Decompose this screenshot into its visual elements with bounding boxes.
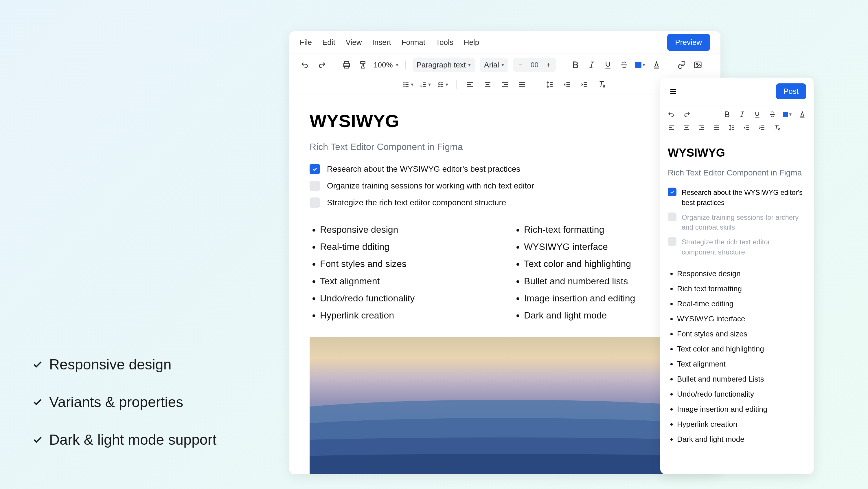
align-justify-icon[interactable] [712, 123, 722, 133]
indent-icon[interactable] [579, 79, 590, 90]
feature-item: Dark & light mode support [32, 431, 216, 448]
redo-icon[interactable] [682, 110, 691, 119]
separator [334, 61, 334, 69]
checklist-label: Strategize the rich text editor componen… [682, 237, 806, 257]
redo-icon[interactable] [316, 59, 327, 70]
mobile-document-body[interactable]: WYSIWYG Rich Text Editor Component in Fi… [660, 137, 814, 456]
list-item: Rich text formatting [677, 281, 806, 296]
list-item: Dark and light mode [677, 432, 806, 447]
strikethrough-icon[interactable] [619, 59, 629, 70]
separator [669, 61, 669, 69]
checklist-icon[interactable]: ▾ [437, 79, 448, 90]
menu-help[interactable]: Help [464, 38, 479, 47]
checklist-label: Organize training sessions for working w… [327, 181, 534, 191]
line-spacing-icon[interactable] [727, 123, 737, 133]
align-right-icon[interactable] [697, 123, 707, 133]
clear-formatting-icon[interactable] [772, 123, 782, 133]
bold-icon[interactable] [722, 110, 732, 119]
mobile-toolbar-row-1: ▾ [660, 105, 814, 122]
menu-view[interactable]: View [346, 38, 362, 47]
menu-tools[interactable]: Tools [436, 38, 454, 47]
format-painter-icon[interactable] [357, 59, 368, 70]
list-item: Real-time dditing [320, 238, 496, 255]
menu-insert[interactable]: Insert [372, 38, 391, 47]
inserted-image[interactable] [310, 337, 700, 474]
checklist-item[interactable]: Research about the WYSIWYG editor's best… [310, 164, 700, 174]
checklist-item[interactable]: Organize training sessions for working w… [310, 181, 700, 191]
highlight-color-picker[interactable]: ▾ [782, 110, 792, 119]
align-center-icon[interactable] [682, 123, 691, 133]
list-item: Font styles and sizes [677, 326, 806, 341]
underline-icon[interactable] [602, 59, 613, 70]
menu-file[interactable]: File [300, 38, 312, 47]
feature-label: Dark & light mode support [49, 431, 216, 448]
font-selector[interactable]: Arial ▾ [480, 58, 508, 72]
menu-format[interactable]: Format [402, 38, 425, 47]
feature-list: Responsive design Variants & properties … [32, 356, 216, 448]
document-body[interactable]: WYSIWYG Rich Text Editor Component in Fi… [289, 94, 720, 474]
link-icon[interactable] [676, 59, 687, 70]
checkbox[interactable] [668, 188, 677, 196]
checklist-item[interactable]: Research about the WYSIWYG editor's best… [668, 188, 806, 208]
column-left: Responsive designReal-time dditingFont s… [310, 221, 496, 324]
preview-button[interactable]: Preview [667, 34, 710, 51]
checkbox[interactable] [668, 237, 677, 246]
clear-formatting-icon[interactable] [596, 79, 607, 90]
text-color-icon[interactable] [797, 110, 807, 119]
outdent-icon[interactable] [562, 79, 572, 90]
indent-icon[interactable] [757, 123, 767, 133]
font-size-value: 00 [527, 59, 542, 70]
checklist-label: Research about the WYSIWYG editor's best… [327, 165, 520, 174]
list-item: Text alignment [320, 273, 496, 290]
zoom-value: 100% [374, 60, 393, 69]
list-item: WYSIWYG interface [677, 311, 806, 326]
align-left-icon[interactable] [465, 79, 476, 90]
align-right-icon[interactable] [499, 79, 510, 90]
hamburger-icon[interactable] [668, 86, 679, 97]
chevron-down-icon: ▾ [396, 62, 398, 68]
list-item: Real-time editing [677, 296, 806, 311]
checkbox[interactable] [310, 164, 320, 174]
font-size-stepper[interactable]: − 00 + [513, 58, 556, 72]
italic-icon[interactable] [737, 110, 747, 119]
list-item: Hyperlink creation [320, 307, 496, 324]
align-center-icon[interactable] [482, 79, 493, 90]
numbered-list-icon[interactable]: 123▾ [420, 79, 431, 90]
checklist-item[interactable]: Strategize the rich text editor componen… [668, 237, 806, 257]
separator [536, 81, 536, 89]
undo-icon[interactable] [666, 110, 677, 119]
bullet-list-icon[interactable]: ▾ [402, 79, 413, 90]
checklist-label: Research about the WYSIWYG editor's best… [682, 188, 806, 208]
minus-icon[interactable]: − [515, 59, 527, 70]
checkbox[interactable] [310, 181, 320, 191]
checklist-label: Organize training sessions for archery a… [682, 212, 806, 233]
checklist-item[interactable]: Organize training sessions for archery a… [668, 212, 806, 233]
chevron-down-icon: ▾ [643, 62, 645, 68]
paragraph-style-selector[interactable]: Paragraph text ▾ [412, 58, 475, 72]
strikethrough-icon[interactable] [767, 110, 777, 119]
checkbox[interactable] [668, 212, 677, 221]
bold-icon[interactable] [570, 59, 581, 70]
zoom-selector[interactable]: 100% ▾ [374, 60, 398, 69]
checkbox[interactable] [310, 197, 320, 208]
chevron-down-icon: ▾ [468, 62, 471, 68]
print-icon[interactable] [341, 59, 352, 70]
post-button[interactable]: Post [776, 83, 806, 99]
italic-icon[interactable] [586, 59, 597, 70]
separator [563, 61, 563, 69]
image-icon[interactable] [692, 59, 703, 70]
separator [405, 61, 406, 69]
outdent-icon[interactable] [742, 123, 752, 133]
checklist-item[interactable]: Strategize the rich text editor componen… [310, 197, 700, 208]
highlight-color-picker[interactable]: ▾ [635, 59, 646, 70]
line-spacing-icon[interactable] [544, 79, 555, 90]
text-color-icon[interactable] [651, 59, 662, 70]
undo-icon[interactable] [300, 59, 311, 70]
checklist-label: Strategize the rich text editor componen… [327, 198, 506, 207]
menu-edit[interactable]: Edit [322, 38, 335, 47]
underline-icon[interactable] [752, 110, 762, 119]
align-justify-icon[interactable] [517, 79, 528, 90]
align-left-icon[interactable] [666, 123, 677, 133]
separator [456, 81, 457, 89]
plus-icon[interactable]: + [542, 59, 555, 70]
